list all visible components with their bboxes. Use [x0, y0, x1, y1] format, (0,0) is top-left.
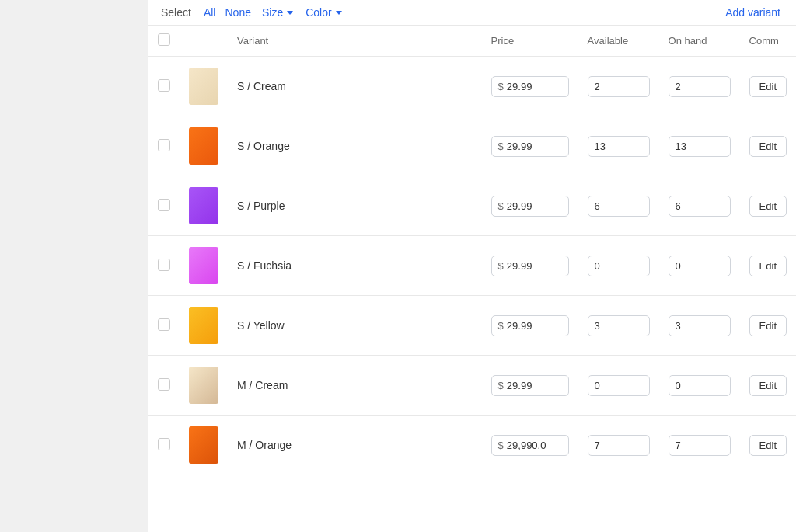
edit-button[interactable]: Edit: [749, 315, 787, 336]
edit-button[interactable]: Edit: [749, 256, 787, 276]
row-edit-cell: Edit: [740, 356, 796, 416]
size-dropdown[interactable]: Size: [257, 5, 298, 20]
variant-thumbnail: [189, 307, 218, 344]
row-available-cell: [578, 236, 659, 296]
table-row: M / Cream $ Edit: [148, 356, 796, 416]
row-checkbox-2[interactable]: [158, 199, 170, 211]
row-available-cell: [578, 416, 659, 475]
available-input[interactable]: [588, 435, 650, 456]
header-variant: Variant: [228, 26, 482, 57]
table-header-row: Variant Price Available On hand Comm: [148, 26, 796, 57]
row-available-cell: [578, 176, 659, 236]
variant-name: S / Fuchsia: [237, 259, 292, 272]
price-input-wrapper: $: [491, 435, 569, 456]
row-thumb-cell: [180, 57, 228, 116]
variant-table: Variant Price Available On hand Comm S /…: [148, 26, 796, 475]
row-checkbox-3[interactable]: [158, 259, 170, 271]
main-content: Select All None Size Color Add variant: [148, 0, 796, 532]
row-checkbox-5[interactable]: [158, 378, 170, 391]
price-input-wrapper: $: [491, 196, 569, 217]
row-price-cell: $: [482, 416, 578, 475]
price-input[interactable]: [507, 260, 557, 272]
onhand-input[interactable]: [669, 196, 731, 217]
row-price-cell: $: [482, 236, 578, 296]
table-row: M / Orange $ Edit: [148, 416, 796, 475]
available-input[interactable]: [588, 76, 650, 97]
onhand-input[interactable]: [669, 435, 731, 456]
left-sidebar: [0, 0, 148, 532]
row-checkbox-cell: [148, 116, 180, 176]
row-price-cell: $: [482, 176, 578, 236]
price-sign: $: [498, 200, 504, 212]
edit-button[interactable]: Edit: [749, 136, 787, 157]
available-input[interactable]: [588, 136, 650, 157]
variant-thumbnail: [189, 127, 218, 165]
edit-button[interactable]: Edit: [749, 375, 787, 396]
row-thumb-cell: [180, 296, 228, 356]
row-thumb-cell: [180, 356, 228, 416]
variant-thumbnail: [189, 426, 218, 464]
price-sign: $: [498, 81, 504, 92]
row-edit-cell: Edit: [740, 296, 796, 356]
row-variant-cell: S / Purple: [228, 176, 482, 236]
price-input-wrapper: $: [491, 76, 569, 97]
table-row: S / Purple $ Edit: [148, 176, 796, 236]
onhand-input[interactable]: [669, 256, 731, 276]
row-checkbox-6[interactable]: [158, 438, 170, 450]
variant-thumbnail: [189, 187, 218, 224]
row-variant-cell: M / Orange: [228, 416, 482, 475]
variant-name: S / Cream: [237, 80, 286, 92]
size-dropdown-arrow-icon: [287, 11, 293, 15]
edit-button[interactable]: Edit: [749, 196, 787, 217]
row-checkbox-cell: [148, 236, 180, 296]
available-input[interactable]: [588, 315, 650, 336]
row-onhand-cell: [659, 296, 740, 356]
row-onhand-cell: [659, 176, 740, 236]
available-input[interactable]: [588, 375, 650, 396]
available-input[interactable]: [588, 196, 650, 217]
row-onhand-cell: [659, 416, 740, 475]
header-available: Available: [578, 26, 659, 57]
onhand-input[interactable]: [669, 315, 731, 336]
variant-name: M / Cream: [237, 379, 288, 391]
row-checkbox-1[interactable]: [158, 139, 170, 151]
price-input[interactable]: [507, 81, 557, 92]
none-link[interactable]: None: [222, 5, 253, 20]
row-price-cell: $: [482, 57, 578, 116]
onhand-input[interactable]: [669, 136, 731, 157]
row-available-cell: [578, 296, 659, 356]
row-thumb-cell: [180, 116, 228, 176]
price-input[interactable]: [507, 380, 557, 391]
price-input[interactable]: [507, 141, 557, 152]
row-price-cell: $: [482, 116, 578, 176]
variant-thumbnail: [189, 68, 218, 105]
price-input[interactable]: [507, 200, 557, 212]
select-label: Select: [161, 6, 191, 19]
price-input-wrapper: $: [491, 375, 569, 396]
onhand-input[interactable]: [669, 375, 731, 396]
header-img-col: [180, 26, 228, 57]
edit-button[interactable]: Edit: [749, 76, 787, 97]
row-thumb-cell: [180, 416, 228, 475]
row-available-cell: [578, 356, 659, 416]
row-variant-cell: S / Cream: [228, 57, 482, 116]
edit-button[interactable]: Edit: [749, 435, 787, 456]
row-edit-cell: Edit: [740, 116, 796, 176]
price-input[interactable]: [507, 320, 557, 332]
row-checkbox-cell: [148, 416, 180, 475]
row-checkbox-4[interactable]: [158, 318, 170, 331]
select-all-checkbox[interactable]: [158, 33, 170, 46]
available-input[interactable]: [588, 256, 650, 276]
price-sign: $: [498, 440, 504, 451]
row-available-cell: [578, 57, 659, 116]
row-checkbox-0[interactable]: [158, 79, 170, 92]
all-link[interactable]: All: [201, 5, 219, 20]
price-input[interactable]: [507, 440, 557, 451]
add-variant-button[interactable]: Add variant: [722, 5, 784, 20]
row-edit-cell: Edit: [740, 236, 796, 296]
onhand-input[interactable]: [669, 76, 731, 97]
table-row: S / Orange $ Edit: [148, 116, 796, 176]
color-dropdown[interactable]: Color: [301, 5, 346, 20]
color-dropdown-arrow-icon: [336, 11, 342, 15]
row-edit-cell: Edit: [740, 57, 796, 116]
